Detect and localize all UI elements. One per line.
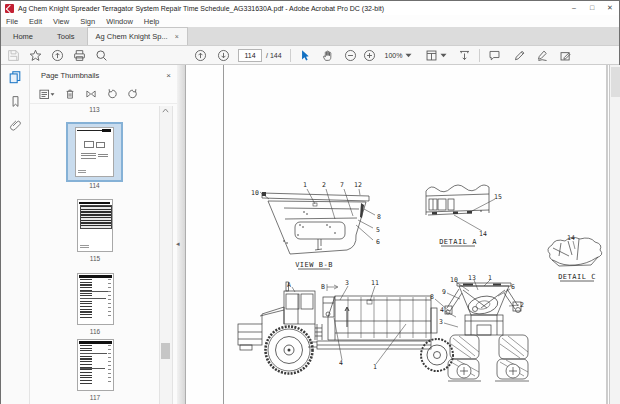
- callout: 5: [376, 226, 380, 234]
- upload-icon[interactable]: [51, 49, 64, 62]
- thumbnail-117[interactable]: 117: [70, 339, 120, 401]
- delete-pages-icon[interactable]: [64, 88, 76, 100]
- callout: 3: [345, 279, 349, 287]
- callout: 3: [439, 318, 443, 326]
- callout: 8: [377, 213, 381, 221]
- callout: 2: [520, 301, 524, 309]
- callout: 4: [339, 359, 343, 367]
- view-bb-label: VIEW B-B: [295, 261, 333, 269]
- thumbnail-115[interactable]: 115: [70, 199, 120, 262]
- callout: 13: [468, 274, 476, 282]
- acrobat-app-icon: [5, 4, 14, 13]
- select-tool-icon[interactable]: [298, 49, 311, 62]
- menu-view[interactable]: View: [53, 17, 69, 26]
- side-view-truck-drawing: A B 3 11 4 1: [238, 279, 453, 374]
- panel-title: Page Thumbnails: [41, 71, 99, 80]
- scroll-up-icon[interactable]: [162, 108, 169, 113]
- toolbar-divider: [479, 49, 480, 62]
- thumbnail-options-icon[interactable]: [39, 89, 55, 100]
- detail-c-drawing: 14 DETAIL C: [548, 234, 602, 281]
- page-number-input[interactable]: [238, 49, 262, 62]
- minimize-button[interactable]: –: [565, 1, 583, 15]
- extract-pages-icon[interactable]: [85, 88, 97, 100]
- rotate-right-icon[interactable]: [127, 88, 139, 100]
- tab-home[interactable]: Home: [1, 28, 45, 45]
- comment-icon[interactable]: [488, 49, 501, 62]
- main-toolbar: / 144 100%: [1, 46, 619, 65]
- zoom-dropdown-caret-icon[interactable]: [405, 53, 412, 58]
- callout: 1: [488, 274, 492, 282]
- detail-a-label: DETAIL A: [439, 238, 477, 246]
- callout: 2: [322, 181, 326, 189]
- tab-document[interactable]: Ag Chem Knight Sp... ×: [87, 27, 188, 45]
- maximize-button[interactable]: □: [583, 1, 601, 15]
- toolbar-divider: [290, 49, 291, 62]
- menu-bar: File Edit View Sign Window Help: [1, 15, 619, 27]
- menu-sign[interactable]: Sign: [80, 17, 95, 26]
- tab-bar: Home Tools Ag Chem Knight Sp... ×: [1, 27, 619, 46]
- thumbnails-scrollbar-thumb[interactable]: [161, 343, 170, 359]
- thumbnail-114-selection: [66, 122, 123, 182]
- star-icon[interactable]: [29, 49, 42, 62]
- bookmarks-icon[interactable]: [1, 89, 29, 113]
- search-icon[interactable]: [95, 49, 108, 62]
- zoom-in-icon[interactable]: [363, 49, 376, 62]
- tab-tools-label: Tools: [57, 32, 75, 41]
- hand-tool-icon[interactable]: [321, 49, 334, 62]
- rotate-left-icon[interactable]: [106, 88, 118, 100]
- collapse-panel-icon[interactable]: ◂: [176, 237, 183, 251]
- callout: A: [287, 281, 291, 289]
- acrobat-window: Ag Chem Knight Spreader Terragator Syste…: [0, 0, 620, 404]
- content-area: Page Thumbnails × 113: [1, 65, 619, 404]
- pencil-icon[interactable]: [513, 49, 526, 62]
- tab-close-icon[interactable]: ×: [175, 33, 179, 40]
- thumbnail-114[interactable]: 114: [66, 122, 123, 189]
- zoom-level-value[interactable]: 100%: [385, 52, 403, 59]
- rear-view-truck-drawing: 8 10 13 1 6 9 2 4 3: [430, 274, 529, 381]
- previous-page-icon[interactable]: [194, 49, 207, 62]
- detail-c-label: DETAIL C: [558, 273, 596, 281]
- close-button[interactable]: ✕: [601, 1, 619, 15]
- panel-splitter[interactable]: ◂: [177, 65, 186, 404]
- window-title: Ag Chem Knight Spreader Terragator Syste…: [18, 5, 384, 12]
- callout: 14: [567, 234, 575, 242]
- document-scrollbar[interactable]: [609, 65, 620, 404]
- thumbnail-116[interactable]: 116: [70, 273, 120, 335]
- thumbnails-scrollbar[interactable]: [159, 106, 173, 404]
- callout: 6: [376, 238, 380, 246]
- document-page: 10 1 2 7 12 8 5 6 VIEW B-B: [186, 65, 609, 404]
- callout: 7: [340, 181, 344, 189]
- menu-help[interactable]: Help: [144, 17, 159, 26]
- tab-document-label: Ag Chem Knight Sp...: [96, 32, 168, 41]
- fill-sign-icon[interactable]: [559, 49, 572, 62]
- menu-file[interactable]: File: [6, 17, 18, 26]
- callout: 1: [303, 181, 307, 189]
- callout: 15: [494, 193, 502, 201]
- next-page-icon[interactable]: [217, 49, 230, 62]
- sign-icon[interactable]: [536, 49, 549, 62]
- panel-close-icon[interactable]: ×: [166, 71, 171, 80]
- page-thumbnails-icon[interactable]: [1, 65, 29, 89]
- callout: B: [321, 283, 325, 291]
- tab-tools[interactable]: Tools: [45, 28, 87, 45]
- zoom-out-icon[interactable]: [344, 49, 357, 62]
- callout: 12: [354, 181, 362, 189]
- callout: 14: [479, 230, 487, 238]
- menu-edit[interactable]: Edit: [29, 17, 42, 26]
- callout: 1: [373, 363, 377, 371]
- document-scrollbar-thumb[interactable]: [611, 67, 620, 97]
- save-icon[interactable]: [7, 49, 20, 62]
- attachments-icon[interactable]: [1, 113, 29, 137]
- page-display-icon[interactable]: [425, 49, 438, 62]
- thumbnails-toolbar: [30, 85, 177, 104]
- technical-diagram: 10 1 2 7 12 8 5 6 VIEW B-B: [186, 65, 609, 404]
- callout: 6: [511, 283, 515, 291]
- page-total-label: / 144: [266, 52, 282, 59]
- page-thumbnails-panel: Page Thumbnails × 113: [30, 65, 177, 404]
- fit-width-icon[interactable]: [458, 49, 471, 62]
- thumbnail-label-113[interactable]: 113: [30, 106, 159, 113]
- callout: 11: [371, 279, 379, 287]
- page-display-caret-icon[interactable]: [440, 53, 447, 58]
- menu-window[interactable]: Window: [106, 17, 133, 26]
- print-icon[interactable]: [73, 49, 86, 62]
